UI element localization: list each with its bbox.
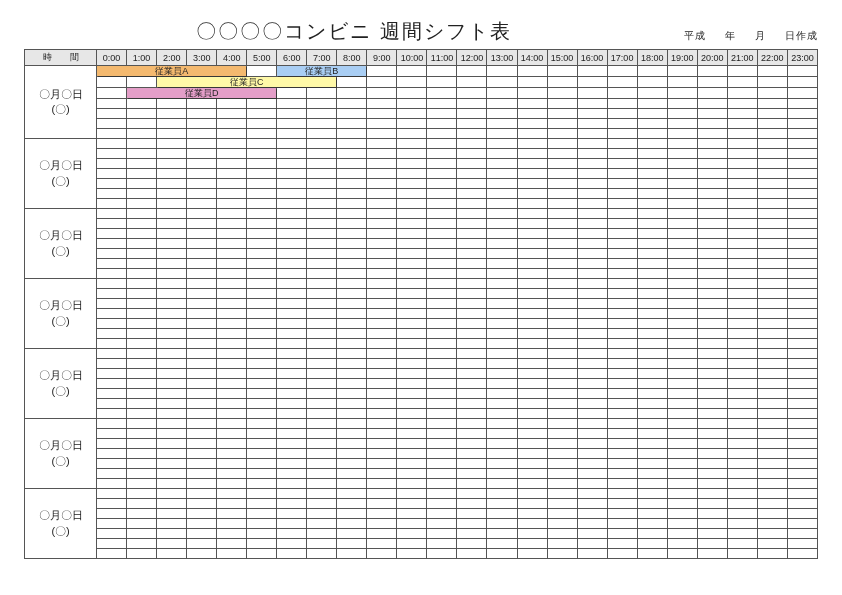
empty-cell	[157, 289, 187, 299]
empty-cell	[547, 529, 577, 539]
empty-cell	[547, 499, 577, 509]
empty-cell	[157, 369, 187, 379]
empty-cell	[397, 77, 427, 88]
empty-cell	[367, 88, 397, 99]
empty-cell	[457, 189, 487, 199]
empty-cell	[427, 199, 457, 209]
empty-cell	[157, 259, 187, 269]
empty-cell	[517, 139, 547, 149]
empty-cell	[337, 379, 367, 389]
empty-cell	[397, 299, 427, 309]
empty-cell	[577, 419, 607, 429]
empty-cell	[697, 159, 727, 169]
empty-cell	[157, 539, 187, 549]
empty-cell	[307, 449, 337, 459]
empty-cell	[637, 279, 667, 289]
empty-cell	[667, 359, 697, 369]
empty-cell	[727, 129, 757, 139]
empty-cell	[547, 109, 577, 119]
empty-cell	[637, 129, 667, 139]
empty-cell	[127, 219, 157, 229]
empty-cell	[547, 459, 577, 469]
empty-cell	[187, 329, 217, 339]
empty-cell	[757, 429, 787, 439]
empty-cell	[397, 279, 427, 289]
empty-cell	[487, 249, 517, 259]
empty-cell	[307, 479, 337, 489]
empty-cell	[697, 439, 727, 449]
empty-cell	[337, 219, 367, 229]
empty-cell	[397, 359, 427, 369]
empty-cell	[397, 249, 427, 259]
empty-cell	[277, 549, 307, 559]
hour-header: 9:00	[367, 50, 397, 66]
empty-cell	[547, 469, 577, 479]
empty-cell	[217, 209, 247, 219]
empty-cell	[727, 169, 757, 179]
empty-cell	[277, 169, 307, 179]
empty-cell	[517, 269, 547, 279]
empty-cell	[127, 389, 157, 399]
empty-cell	[457, 249, 487, 259]
empty-cell	[547, 77, 577, 88]
empty-cell	[637, 409, 667, 419]
empty-cell	[487, 219, 517, 229]
empty-cell	[427, 539, 457, 549]
empty-cell	[157, 379, 187, 389]
empty-cell	[337, 279, 367, 289]
empty-cell	[607, 299, 637, 309]
empty-cell	[517, 88, 547, 99]
empty-cell	[247, 529, 277, 539]
empty-cell	[607, 499, 637, 509]
empty-cell	[487, 209, 517, 219]
empty-cell	[277, 269, 307, 279]
empty-cell	[277, 299, 307, 309]
empty-cell	[607, 369, 637, 379]
empty-cell	[187, 379, 217, 389]
empty-cell	[517, 66, 547, 77]
empty-cell	[577, 499, 607, 509]
empty-cell	[787, 249, 817, 259]
empty-cell	[787, 539, 817, 549]
empty-cell	[607, 519, 637, 529]
empty-cell	[727, 469, 757, 479]
empty-cell	[727, 509, 757, 519]
empty-cell	[697, 519, 727, 529]
empty-cell	[307, 469, 337, 479]
empty-cell	[127, 549, 157, 559]
empty-cell	[97, 139, 127, 149]
empty-cell	[427, 369, 457, 379]
empty-cell	[427, 309, 457, 319]
empty-cell	[367, 149, 397, 159]
empty-cell	[727, 329, 757, 339]
empty-cell	[487, 449, 517, 459]
empty-cell	[697, 379, 727, 389]
empty-cell	[607, 88, 637, 99]
empty-cell	[367, 389, 397, 399]
empty-cell	[667, 66, 697, 77]
empty-cell	[397, 88, 427, 99]
empty-cell	[127, 249, 157, 259]
empty-cell	[667, 409, 697, 419]
empty-cell	[757, 289, 787, 299]
empty-cell	[367, 189, 397, 199]
empty-cell	[487, 319, 517, 329]
empty-cell	[97, 459, 127, 469]
empty-cell	[697, 359, 727, 369]
empty-cell	[367, 409, 397, 419]
empty-cell	[277, 519, 307, 529]
empty-cell	[427, 359, 457, 369]
empty-cell	[217, 519, 247, 529]
empty-cell	[127, 539, 157, 549]
empty-cell	[547, 509, 577, 519]
empty-cell	[577, 119, 607, 129]
empty-cell	[427, 469, 457, 479]
empty-cell	[607, 439, 637, 449]
empty-cell	[337, 439, 367, 449]
empty-cell	[157, 129, 187, 139]
empty-cell	[757, 169, 787, 179]
empty-cell	[157, 199, 187, 209]
empty-cell	[277, 229, 307, 239]
empty-cell	[427, 329, 457, 339]
empty-cell	[127, 479, 157, 489]
